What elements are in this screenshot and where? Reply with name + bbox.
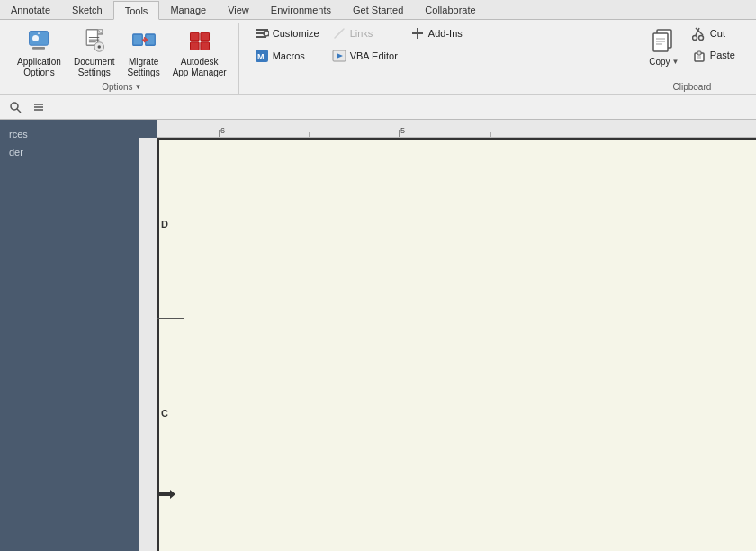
svg-rect-20 [256, 36, 266, 38]
cut-button[interactable]: Cut [688, 23, 740, 43]
svg-rect-40 [698, 51, 701, 55]
customize-button[interactable]: Customize [250, 23, 324, 43]
svg-rect-17 [201, 42, 210, 50]
application-options-label: ApplicationOptions [17, 57, 61, 78]
autodesk-app-manager-label: AutodeskApp Manager [173, 57, 227, 78]
search-button[interactable] [5, 97, 25, 117]
clipboard-group-label: Clipboard [644, 82, 740, 94]
clipboard-small-group: Cut Paste [688, 23, 740, 65]
tab-annotate[interactable]: Annotate [0, 0, 61, 19]
svg-marker-48 [158, 490, 176, 499]
options-items: ApplicationOptions [13, 23, 231, 82]
left-panel: rces der [0, 120, 140, 551]
vba-editor-button[interactable]: VBA Editor [328, 46, 402, 66]
tab-collaborate[interactable]: Collaborate [414, 0, 486, 19]
ruler-top: 6 5 [158, 120, 756, 138]
ribbon-group-clipboard: Copy ▼ Cut [637, 23, 747, 94]
options-dropdown-arrow: ▼ [135, 83, 142, 91]
add-ins-icon [410, 26, 425, 41]
left-panel-item-resources[interactable]: rces [5, 127, 134, 141]
paste-label: Paste [710, 50, 735, 60]
canvas-top-border [158, 138, 756, 140]
tab-tools[interactable]: Tools [113, 1, 160, 20]
svg-point-37 [692, 36, 697, 41]
customize-icon [255, 26, 269, 41]
clipboard-items: Copy ▼ Cut [644, 23, 740, 82]
application-options-button[interactable]: ApplicationOptions [13, 23, 66, 81]
svg-point-38 [698, 36, 703, 41]
macros-button[interactable]: M Macros [250, 46, 324, 66]
cut-icon [692, 26, 706, 41]
customize-label: Customize [273, 28, 320, 39]
paste-icon [692, 48, 706, 62]
ribbon-spacer [489, 23, 637, 94]
document-settings-label: DocumentSettings [74, 57, 115, 78]
ribbon-group-options: ApplicationOptions [5, 23, 239, 94]
drawing-paper[interactable]: D C [158, 138, 756, 551]
ruler-tick-mid [309, 132, 310, 137]
arrow-cursor [158, 487, 176, 501]
document-settings-button[interactable]: DocumentSettings [69, 23, 120, 81]
svg-rect-3 [32, 47, 45, 50]
copy-icon [650, 26, 679, 55]
tab-view[interactable]: View [217, 0, 260, 19]
ruler-label-5: 5 [400, 126, 405, 135]
customize-items: Customize M Macros [250, 23, 478, 82]
cut-label: Cut [710, 28, 725, 39]
macros-label: Macros [273, 50, 305, 61]
copy-label: Copy ▼ [649, 57, 679, 68]
ruler-tick-5 [399, 130, 400, 137]
tab-sketch[interactable]: Sketch [61, 0, 113, 19]
application-options-icon [24, 26, 53, 55]
main-area: rces der 6 5 D C [0, 120, 756, 551]
ribbon: Annotate Sketch Tools Manage View Enviro… [0, 0, 756, 95]
tab-environments[interactable]: Environments [260, 0, 342, 19]
svg-line-44 [17, 109, 21, 113]
svg-marker-5 [97, 30, 102, 34]
autodesk-app-manager-button[interactable]: AutodeskApp Manager [168, 23, 231, 81]
search-icon [9, 101, 22, 113]
toolbar-row [0, 95, 756, 120]
canvas-area: 6 5 D C [140, 120, 756, 551]
svg-rect-14 [190, 32, 199, 41]
left-panel-item-order[interactable]: der [5, 145, 134, 159]
ribbon-group-customize: Customize M Macros [243, 23, 485, 94]
ruler-label-6: 6 [220, 126, 225, 135]
hamburger-button[interactable] [29, 97, 49, 117]
svg-line-22 [268, 35, 269, 36]
hamburger-icon [32, 101, 45, 113]
macros-icon: M [255, 49, 269, 63]
canvas-label-d: D [161, 219, 168, 230]
svg-rect-31 [653, 33, 668, 51]
migrate-settings-button[interactable]: MigrateSettings [123, 23, 165, 81]
links-icon [332, 26, 346, 41]
svg-rect-16 [190, 42, 199, 50]
migrate-settings-label: MigrateSettings [128, 57, 160, 78]
svg-rect-15 [201, 32, 210, 41]
paste-button[interactable]: Paste [688, 45, 740, 65]
svg-point-43 [11, 103, 18, 110]
options-group-label: Options ▼ [13, 82, 231, 94]
autodesk-app-manager-icon [185, 26, 214, 55]
copy-button[interactable]: Copy ▼ [644, 23, 684, 70]
svg-line-25 [337, 31, 342, 36]
canvas-hline-1 [158, 318, 184, 319]
add-ins-button[interactable]: Add-Ins [406, 23, 478, 43]
add-ins-label: Add-Ins [428, 28, 463, 39]
svg-point-11 [97, 45, 101, 49]
migrate-settings-icon [130, 26, 158, 55]
ruler-tick-mid2 [490, 132, 491, 137]
svg-point-1 [32, 35, 39, 41]
links-button[interactable]: Links [328, 23, 402, 43]
tab-manage[interactable]: Manage [159, 0, 217, 19]
ruler-side [140, 138, 158, 551]
vba-editor-icon [332, 49, 346, 63]
svg-rect-12 [132, 34, 142, 45]
ribbon-content: ApplicationOptions [0, 20, 756, 94]
links-label: Links [350, 28, 374, 39]
svg-text:M: M [257, 52, 265, 61]
canvas-label-c: C [161, 408, 168, 419]
vba-editor-label: VBA Editor [350, 50, 398, 61]
tab-get-started[interactable]: Get Started [342, 0, 414, 19]
ruler-tick-6 [219, 130, 220, 137]
